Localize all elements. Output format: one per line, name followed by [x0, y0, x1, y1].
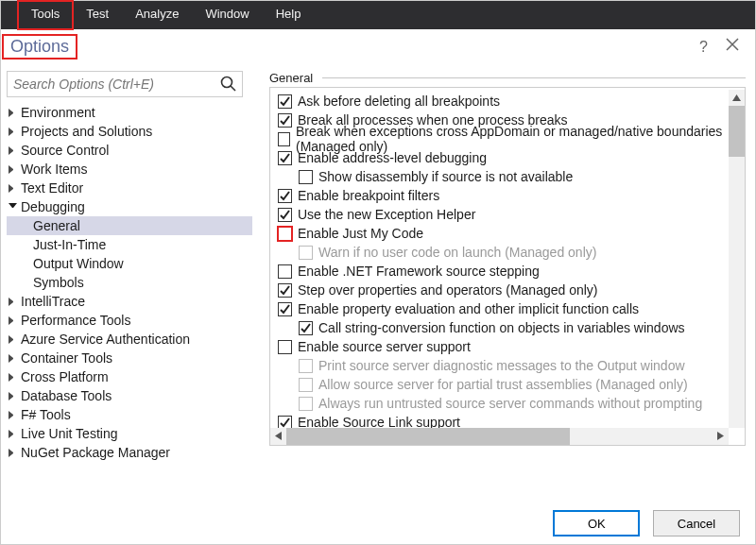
- left-pane: EnvironmentProjects and SolutionsSource …: [1, 63, 254, 497]
- dialog-footer: OK Cancel: [543, 510, 740, 536]
- chevron-right-icon[interactable]: [9, 146, 17, 155]
- dialog-body: EnvironmentProjects and SolutionsSource …: [1, 63, 755, 497]
- chevron-right-icon[interactable]: [9, 373, 17, 382]
- chevron-right-icon[interactable]: [9, 298, 17, 306]
- tree-item[interactable]: Work Items: [7, 160, 252, 179]
- option-row[interactable]: Enable Just My Code: [278, 224, 737, 243]
- checkbox[interactable]: [278, 208, 292, 222]
- option-label: Enable .NET Framework source stepping: [298, 264, 540, 279]
- checkbox[interactable]: [278, 132, 290, 146]
- search-input[interactable]: [7, 71, 243, 97]
- section-divider: [322, 77, 746, 78]
- option-row[interactable]: Enable breakpoint filters: [278, 186, 737, 205]
- tree-item-label: Source Control: [21, 143, 109, 158]
- option-label: Enable address-level debugging: [298, 150, 487, 165]
- tree-child-item[interactable]: Output Window: [7, 254, 252, 273]
- option-row[interactable]: Use the new Exception Helper: [278, 205, 737, 224]
- tree-child-label: Just-In-Time: [33, 237, 106, 252]
- chevron-right-icon[interactable]: [9, 392, 17, 400]
- tree-item[interactable]: Environment: [7, 103, 252, 122]
- chevron-right-icon[interactable]: [9, 411, 17, 419]
- option-row[interactable]: Step over properties and operators (Mana…: [278, 281, 737, 299]
- checkbox[interactable]: [278, 340, 292, 354]
- chevron-right-icon[interactable]: [9, 316, 17, 325]
- dialog-title: Options: [3, 35, 77, 59]
- tree-item-label: Projects and Solutions: [21, 124, 152, 139]
- chevron-down-icon[interactable]: [9, 203, 17, 212]
- chevron-right-icon[interactable]: [9, 165, 17, 174]
- menu-test[interactable]: Test: [73, 1, 122, 29]
- ok-button[interactable]: OK: [553, 510, 640, 536]
- checkbox[interactable]: [299, 321, 313, 335]
- chevron-right-icon[interactable]: [9, 184, 17, 193]
- tree-item[interactable]: Projects and Solutions: [7, 122, 252, 141]
- tree-item[interactable]: Cross Platform: [7, 367, 252, 386]
- checkbox[interactable]: [278, 113, 292, 128]
- options-list: Ask before deleting all breakpointsBreak…: [269, 87, 746, 446]
- checkbox[interactable]: [278, 94, 292, 109]
- chevron-right-icon[interactable]: [9, 128, 17, 136]
- menu-tools[interactable]: Tools: [18, 1, 73, 29]
- tree-item-label: Work Items: [21, 162, 88, 177]
- tree-child-label: Output Window: [33, 256, 124, 271]
- tree-item[interactable]: F# Tools: [7, 405, 252, 424]
- tree-item[interactable]: NuGet Package Manager: [7, 443, 252, 462]
- tree-item[interactable]: Database Tools: [7, 386, 252, 405]
- tree-item[interactable]: Live Unit Testing: [7, 424, 252, 443]
- tree-item[interactable]: Performance Tools: [7, 311, 252, 330]
- option-row[interactable]: Ask before deleting all breakpoints: [278, 92, 737, 111]
- checkbox[interactable]: [278, 151, 292, 165]
- option-row: Allow source server for partial trust as…: [299, 375, 737, 394]
- option-row[interactable]: Call string-conversion function on objec…: [299, 318, 737, 337]
- tree-child-label: Symbols: [33, 275, 84, 290]
- tree-item-label: Container Tools: [21, 350, 112, 366]
- tree-item[interactable]: Debugging: [7, 197, 252, 216]
- chevron-right-icon[interactable]: [9, 335, 17, 344]
- svg-marker-1: [732, 94, 741, 101]
- tree-item[interactable]: IntelliTrace: [7, 292, 252, 311]
- option-label: Enable Just My Code: [298, 226, 423, 241]
- tree-item[interactable]: Text Editor: [7, 179, 252, 197]
- tree-item[interactable]: Source Control: [7, 141, 252, 160]
- horizontal-scrollbar[interactable]: [270, 428, 729, 445]
- option-row: Print source server diagnostic messages …: [299, 356, 737, 375]
- tree-item-label: Database Tools: [21, 388, 112, 403]
- option-label: Always run untrusted source server comma…: [318, 396, 702, 411]
- chevron-right-icon[interactable]: [9, 354, 17, 363]
- option-row[interactable]: Show disassembly if source is not availa…: [299, 167, 737, 186]
- chevron-right-icon[interactable]: [9, 449, 17, 457]
- tree-child-item[interactable]: Just-In-Time: [7, 235, 252, 254]
- option-label: Enable source server support: [298, 339, 471, 354]
- checkbox[interactable]: [278, 302, 292, 316]
- chevron-right-icon[interactable]: [9, 430, 17, 438]
- svg-point-0: [222, 77, 232, 88]
- checkbox[interactable]: [278, 283, 292, 298]
- tree-item-label: IntelliTrace: [21, 294, 85, 309]
- checkbox[interactable]: [278, 227, 292, 241]
- search-icon[interactable]: [220, 76, 237, 95]
- option-row[interactable]: Enable property evaluation and other imp…: [278, 299, 737, 318]
- option-row[interactable]: Enable source server support: [278, 337, 737, 356]
- vertical-scrollbar[interactable]: [729, 90, 745, 428]
- tree-child-item[interactable]: Symbols: [7, 273, 252, 292]
- close-icon[interactable]: [725, 37, 740, 55]
- checkbox[interactable]: [278, 189, 292, 203]
- menu-analyze[interactable]: Analyze: [122, 1, 192, 29]
- menu-window[interactable]: Window: [192, 1, 262, 29]
- chevron-right-icon[interactable]: [9, 109, 17, 117]
- option-label: Ask before deleting all breakpoints: [298, 94, 500, 109]
- cancel-button[interactable]: Cancel: [653, 510, 740, 536]
- option-row[interactable]: Enable .NET Framework source stepping: [278, 262, 737, 281]
- option-label: Allow source server for partial trust as…: [318, 377, 688, 392]
- search-wrap: [7, 71, 243, 97]
- checkbox[interactable]: [278, 264, 292, 279]
- option-row[interactable]: Break when exceptions cross AppDomain or…: [278, 129, 737, 148]
- tree-item[interactable]: Container Tools: [7, 349, 252, 367]
- help-icon[interactable]: ?: [699, 39, 708, 56]
- tree-item[interactable]: Azure Service Authentication: [7, 330, 252, 349]
- checkbox[interactable]: [299, 170, 313, 184]
- menu-help[interactable]: Help: [263, 1, 315, 29]
- options-tree[interactable]: EnvironmentProjects and SolutionsSource …: [7, 103, 252, 462]
- tree-child-item[interactable]: General: [7, 216, 252, 235]
- tree-child-label: General: [33, 218, 80, 233]
